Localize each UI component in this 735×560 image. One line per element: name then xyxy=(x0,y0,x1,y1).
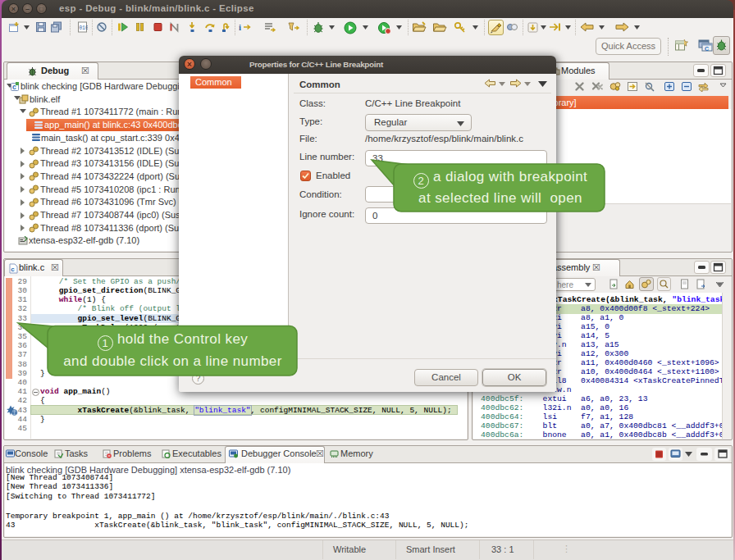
svg-text:c: c xyxy=(11,266,15,273)
svg-text:010: 010 xyxy=(79,25,88,31)
svg-text:C: C xyxy=(705,46,709,52)
svg-text:i: i xyxy=(239,22,241,32)
